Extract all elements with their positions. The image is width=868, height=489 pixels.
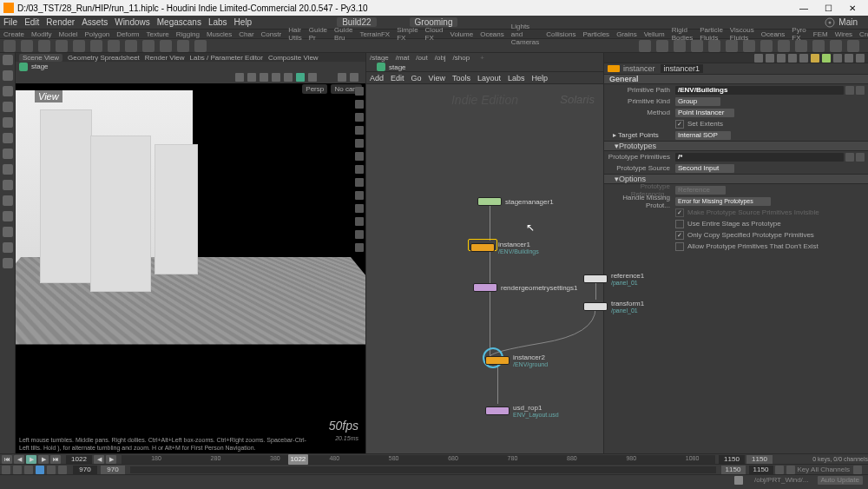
net-path-seg[interactable]: /shop: [453, 54, 470, 62]
param-icon[interactable]: [788, 54, 797, 63]
chooser-icon[interactable]: [856, 86, 865, 95]
play-button[interactable]: ▶: [26, 455, 36, 464]
param-icon[interactable]: [811, 54, 819, 63]
proto-source-select[interactable]: Second Input: [675, 164, 734, 173]
realtime-toggle-icon[interactable]: [36, 466, 44, 474]
range-end[interactable]: 1150: [721, 466, 746, 474]
menu-render[interactable]: Render: [46, 17, 75, 27]
scale-tool-icon[interactable]: [3, 102, 13, 112]
minimize-button[interactable]: —: [792, 0, 816, 16]
tool-icon[interactable]: [194, 40, 207, 52]
jump-end-button[interactable]: ⏭: [50, 455, 61, 464]
tool-icon[interactable]: [3, 195, 13, 206]
node-instancer2[interactable]: instancer2/ENV/ground: [485, 354, 548, 367]
shelf-tab[interactable]: Grains: [616, 30, 637, 38]
shelf-tab[interactable]: Rigging: [176, 30, 200, 38]
only-copy-check[interactable]: [675, 231, 684, 240]
step-back-button[interactable]: ◀: [14, 455, 24, 464]
shelf-tab[interactable]: Cloud FX: [425, 26, 444, 42]
tool-icon[interactable]: [830, 40, 842, 52]
pin-icon[interactable]: [754, 54, 763, 63]
section-prototypes[interactable]: ▾ Prototypes: [604, 141, 868, 151]
shelf-tab[interactable]: Constr: [261, 30, 282, 38]
range-end-global[interactable]: 1150: [749, 466, 773, 474]
bb-icon[interactable]: [47, 466, 56, 474]
shelf-tab[interactable]: Muscles: [207, 30, 232, 38]
viewport-path[interactable]: stage: [31, 63, 49, 70]
current-frame[interactable]: 1022: [66, 455, 92, 464]
shelf-tab[interactable]: Hair Utils: [288, 26, 302, 42]
tool-icon[interactable]: [160, 40, 172, 52]
vp-side-icon[interactable]: [355, 204, 364, 213]
set-extents-check[interactable]: [675, 120, 684, 129]
node-rgs[interactable]: rendergeometrysettings1: [473, 283, 578, 292]
net-path-seg[interactable]: /obj: [435, 54, 446, 62]
tool-icon[interactable]: [743, 40, 755, 52]
tool-icon[interactable]: [3, 227, 13, 237]
tool-icon[interactable]: [778, 40, 790, 52]
vp-side-icon[interactable]: [355, 139, 364, 148]
tool-icon[interactable]: [73, 40, 85, 52]
node-name-field[interactable]: instancer1: [661, 64, 704, 73]
jump-start-button[interactable]: ⏮: [2, 455, 12, 464]
vp-tool-icon[interactable]: [247, 73, 256, 82]
shelf-tab[interactable]: FEM: [813, 30, 828, 38]
tool-icon[interactable]: [3, 211, 13, 221]
net-menu-go[interactable]: Go: [411, 74, 422, 83]
shelf-tab[interactable]: Wires: [835, 30, 852, 38]
vp-side-icon[interactable]: [355, 230, 364, 239]
bb-icon[interactable]: [775, 466, 784, 474]
bb-icon[interactable]: [853, 466, 862, 474]
next-key-button[interactable]: ▶: [106, 455, 116, 464]
chooser-icon[interactable]: [856, 153, 865, 162]
range-slider[interactable]: [130, 466, 716, 473]
tool-icon[interactable]: [3, 133, 13, 143]
node-transform[interactable]: transform1/panel_01: [583, 300, 644, 314]
tool-icon[interactable]: [90, 40, 102, 52]
network-canvas[interactable]: Indie Edition Solaris stagemanager1 inst…: [366, 84, 603, 453]
tab-render-view[interactable]: Render View: [145, 54, 185, 62]
net-path-seg[interactable]: /mat: [396, 54, 410, 62]
tool-icon[interactable]: [3, 164, 13, 175]
method-select[interactable]: Point Instancer: [675, 109, 734, 117]
camera-menu[interactable]: Persp: [302, 84, 327, 94]
allow-dont-exist-check[interactable]: [675, 242, 684, 251]
shelf-tab[interactable]: Create: [3, 30, 24, 38]
tool-icon[interactable]: [812, 40, 825, 52]
viewport-3d[interactable]: View Persp No cam 50fps 20.15ms Left mou…: [16, 83, 365, 453]
menu-help[interactable]: Help: [234, 17, 253, 27]
net-menu-help[interactable]: Help: [531, 74, 548, 83]
tool-icon[interactable]: [125, 40, 137, 52]
dropdown-icon[interactable]: [845, 153, 854, 162]
tool-icon[interactable]: [726, 40, 738, 52]
target-points-select[interactable]: Internal SOP: [675, 131, 731, 140]
tool-icon[interactable]: [177, 40, 189, 52]
net-path-seg[interactable]: /out: [416, 54, 427, 62]
vp-tool-icon[interactable]: [338, 73, 346, 82]
net-menu-labs[interactable]: Labs: [508, 74, 525, 83]
tool-icon[interactable]: [3, 258, 13, 268]
desktop-main[interactable]: Main: [838, 17, 858, 27]
vp-side-icon[interactable]: [355, 100, 364, 109]
vp-side-icon[interactable]: [355, 191, 364, 200]
tool-icon[interactable]: [3, 180, 13, 190]
prim-path-input[interactable]: /ENV/Buildings: [675, 86, 844, 95]
net-path-seg[interactable]: /stage: [370, 54, 389, 62]
dropdown-icon[interactable]: [845, 86, 854, 95]
shelf-tab[interactable]: Texture: [147, 30, 169, 38]
menu-windows[interactable]: Windows: [115, 17, 150, 27]
section-general[interactable]: General: [604, 74, 868, 84]
net-menu-view[interactable]: View: [429, 74, 445, 83]
vp-tool-icon[interactable]: [235, 73, 244, 82]
tool-icon[interactable]: [795, 40, 807, 52]
vp-side-icon[interactable]: [355, 243, 364, 252]
tool-icon[interactable]: [3, 40, 16, 52]
tool-icon[interactable]: [142, 40, 155, 52]
auto-update-button[interactable]: Auto Update: [818, 476, 863, 485]
shelf-tab[interactable]: Oceans: [761, 30, 786, 38]
shelf-tab[interactable]: Collisions: [546, 30, 575, 38]
shelf-tab[interactable]: Vellum: [644, 30, 665, 38]
net-menu-add[interactable]: Add: [370, 74, 384, 83]
vp-tool-icon[interactable]: [350, 73, 358, 82]
make-invisible-check[interactable]: [675, 208, 684, 217]
